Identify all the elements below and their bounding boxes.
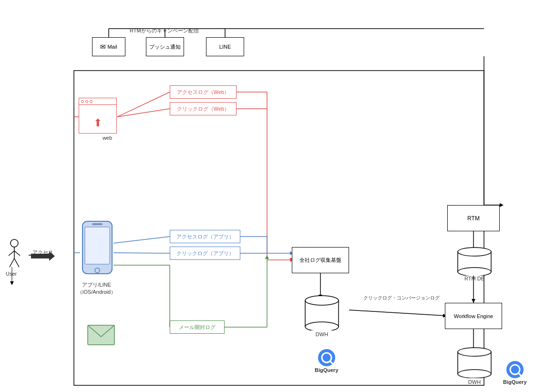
- line-channel-box: LINE: [206, 37, 244, 56]
- svg-marker-24: [265, 255, 269, 259]
- web-access-log-box: アクセスログ（Web）: [170, 85, 237, 99]
- push-channel-box: プッシュ通知: [146, 37, 184, 56]
- mail-envelope-icon: [87, 324, 115, 348]
- svg-marker-11: [10, 281, 14, 285]
- phone-icon: [80, 220, 114, 282]
- app-access-log-box: アクセスログ（アプリ）: [170, 230, 240, 243]
- svg-line-30: [349, 310, 445, 316]
- svg-rect-53: [85, 227, 110, 264]
- log-collection-box: 全社ログ収集基盤: [292, 247, 349, 273]
- svg-line-44: [113, 253, 170, 253]
- svg-point-45: [10, 239, 18, 247]
- svg-point-64: [458, 248, 491, 256]
- user-figure: [5, 238, 24, 271]
- svg-line-47: [9, 251, 14, 256]
- svg-rect-54: [92, 223, 103, 225]
- svg-line-43: [113, 237, 170, 243]
- web-label: web: [88, 135, 126, 141]
- app-label: アプリ/LINE（iOS/Android）: [74, 281, 119, 296]
- rtm-db-cylinder: [455, 247, 494, 278]
- mail-icon: ✉: [100, 43, 106, 51]
- mail-channel-box: ✉ Mail: [92, 37, 125, 56]
- svg-point-67: [458, 348, 491, 356]
- user-label: User: [6, 271, 17, 277]
- svg-point-59: [305, 322, 339, 330]
- rtm-box: RTM: [447, 205, 500, 231]
- campaign-header-label: RTMからのキャンペーン配信: [130, 27, 199, 34]
- svg-line-42: [117, 109, 170, 117]
- web-browser-box: ⬆: [79, 98, 117, 134]
- dwh-left-label: DWH: [303, 331, 341, 337]
- web-click-log-box: クリックログ（Web）: [170, 102, 237, 115]
- svg-point-58: [305, 296, 339, 305]
- dwh-right-cylinder: [455, 347, 494, 380]
- bigquery-left: BigQuery: [315, 348, 339, 373]
- workflow-engine-box: Workflow Engine: [445, 303, 502, 329]
- svg-line-41: [117, 92, 170, 117]
- svg-line-50: [14, 258, 19, 267]
- bigquery-right: BigQuery: [503, 360, 527, 385]
- svg-rect-0: [74, 71, 484, 385]
- rtm-db-label: RTM DB: [455, 276, 494, 281]
- svg-rect-56: [88, 325, 114, 345]
- click-conversion-label: クリックログ・コンバージョンログ: [363, 295, 440, 301]
- svg-point-68: [458, 370, 491, 378]
- svg-point-65: [458, 268, 491, 276]
- mail-log-box: メール開封ログ: [170, 320, 225, 334]
- svg-marker-51: [31, 251, 55, 261]
- dwh-left-cylinder: [303, 295, 341, 332]
- app-click-log-box: クリックログ（アプリ）: [170, 247, 240, 260]
- svg-line-48: [14, 251, 20, 256]
- svg-marker-3: [500, 203, 504, 207]
- access-arrow: [31, 251, 55, 261]
- svg-line-49: [10, 258, 14, 267]
- svg-marker-37: [472, 299, 475, 303]
- dwh-right-label: DWH: [455, 379, 494, 385]
